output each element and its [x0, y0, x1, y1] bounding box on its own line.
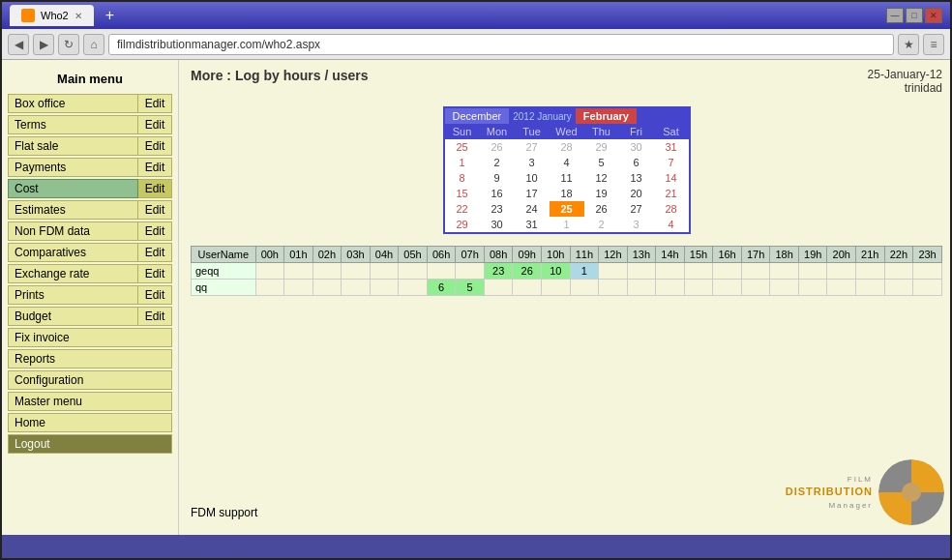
cal-grid[interactable]: 25 26 27 28 29 30 31 1 2 3 4 5 6	[445, 139, 689, 232]
cal-cell[interactable]: 24	[515, 201, 550, 217]
sidebar-item-non-fdm[interactable]: Non FDM data Edit	[8, 221, 172, 241]
menu-label-budget[interactable]: Budget	[8, 307, 138, 326]
minimize-button[interactable]: —	[886, 8, 904, 23]
close-button[interactable]: ✕	[925, 8, 942, 23]
cal-cell[interactable]: 27	[619, 201, 654, 217]
cal-cell[interactable]: 2	[480, 155, 515, 170]
menu-edit-comparatives[interactable]: Edit	[138, 243, 172, 262]
menu-label-estimates[interactable]: Estimates	[8, 200, 138, 220]
cal-cell-today[interactable]: 25	[550, 201, 584, 217]
maximize-button[interactable]: □	[906, 8, 923, 23]
menu-label-comparatives[interactable]: Comparatives	[8, 243, 138, 262]
sidebar-item-reports[interactable]: Reports	[8, 349, 172, 368]
cal-cell[interactable]: 16	[480, 186, 515, 201]
menu-label-configuration[interactable]: Configuration	[8, 370, 172, 390]
cal-cell[interactable]: 31	[654, 139, 689, 155]
cal-cell[interactable]: 22	[445, 201, 480, 217]
sidebar-item-master-menu[interactable]: Master menu	[8, 392, 172, 411]
cal-cell[interactable]: 30	[480, 217, 515, 232]
menu-label-flat-sale[interactable]: Flat sale	[8, 136, 138, 156]
sidebar-item-prints[interactable]: Prints Edit	[8, 285, 172, 305]
cal-cell[interactable]: 5	[584, 155, 619, 170]
sidebar-item-flat-sale[interactable]: Flat sale Edit	[8, 136, 172, 156]
new-tab-button[interactable]: +	[105, 7, 114, 24]
sidebar-item-budget[interactable]: Budget Edit	[8, 307, 172, 326]
cal-cell[interactable]: 3	[619, 217, 654, 232]
sidebar-item-estimates[interactable]: Estimates Edit	[8, 200, 172, 220]
address-bar[interactable]: filmdistributionmanager.com/who2.aspx	[108, 34, 894, 55]
menu-edit-estimates[interactable]: Edit	[138, 200, 172, 220]
cal-cell[interactable]: 21	[654, 186, 689, 201]
menu-edit-exchange-rate[interactable]: Edit	[138, 264, 172, 283]
menu-label-fix-invoice[interactable]: Fix invoice	[8, 328, 172, 347]
forward-button[interactable]: ▶	[33, 34, 54, 55]
cal-cell[interactable]: 26	[480, 139, 515, 155]
cal-cell[interactable]: 1	[445, 155, 480, 170]
browser-tab[interactable]: Who2 ✕	[10, 5, 94, 26]
menu-label-payments[interactable]: Payments	[8, 158, 138, 177]
sidebar-item-configuration[interactable]: Configuration	[8, 370, 172, 390]
menu-label-terms[interactable]: Terms	[8, 115, 138, 134]
cal-cell[interactable]: 13	[619, 170, 654, 186]
menu-label-cost[interactable]: Cost	[8, 179, 138, 198]
cal-cell[interactable]: 4	[654, 217, 689, 232]
sidebar-item-fix-invoice[interactable]: Fix invoice	[8, 328, 172, 347]
sidebar-item-comparatives[interactable]: Comparatives Edit	[8, 243, 172, 262]
menu-label-logout[interactable]: Logout	[8, 434, 172, 454]
cal-cell[interactable]: 26	[584, 201, 619, 217]
menu-edit-prints[interactable]: Edit	[138, 285, 172, 305]
cal-cell[interactable]: 14	[654, 170, 689, 186]
menu-label-exchange-rate[interactable]: Exchange rate	[8, 264, 138, 283]
menu-edit-budget[interactable]: Edit	[138, 307, 172, 326]
calendar[interactable]: December 2012 January February Sun Mon T…	[443, 106, 691, 234]
bookmark-button[interactable]: ★	[898, 34, 919, 55]
menu-label-prints[interactable]: Prints	[8, 285, 138, 305]
menu-edit-non-fdm[interactable]: Edit	[138, 221, 172, 241]
cal-cell[interactable]: 1	[550, 217, 584, 232]
menu-edit-terms[interactable]: Edit	[138, 115, 172, 134]
back-button[interactable]: ◀	[8, 34, 29, 55]
menu-label-non-fdm[interactable]: Non FDM data	[8, 221, 138, 241]
menu-edit-payments[interactable]: Edit	[138, 158, 172, 177]
cal-cell[interactable]: 29	[584, 139, 619, 155]
sidebar-item-logout[interactable]: Logout	[8, 434, 172, 454]
cal-cell[interactable]: 17	[515, 186, 550, 201]
cal-cell[interactable]: 19	[584, 186, 619, 201]
cal-cell[interactable]: 28	[550, 139, 584, 155]
menu-label-home[interactable]: Home	[8, 413, 172, 432]
cal-cell[interactable]: 4	[550, 155, 584, 170]
cal-cell[interactable]: 8	[445, 170, 480, 186]
sidebar-item-home[interactable]: Home	[8, 413, 172, 432]
tab-close-btn[interactable]: ✕	[74, 11, 82, 21]
cal-cell[interactable]: 11	[550, 170, 584, 186]
tools-button[interactable]: ≡	[923, 34, 944, 55]
sidebar-item-terms[interactable]: Terms Edit	[8, 115, 172, 134]
cal-cell[interactable]: 9	[480, 170, 515, 186]
cal-cell[interactable]: 31	[515, 217, 550, 232]
cal-cell[interactable]: 29	[445, 217, 480, 232]
home-button[interactable]: ⌂	[83, 34, 104, 55]
cal-cell[interactable]: 12	[584, 170, 619, 186]
sidebar-item-box-office[interactable]: Box office Edit	[8, 94, 172, 113]
cal-cell[interactable]: 7	[654, 155, 689, 170]
cal-cell[interactable]: 25	[445, 139, 480, 155]
sidebar-item-exchange-rate[interactable]: Exchange rate Edit	[8, 264, 172, 283]
cal-cell[interactable]: 23	[480, 201, 515, 217]
menu-label-box-office[interactable]: Box office	[8, 94, 138, 113]
cal-cell[interactable]: 28	[654, 201, 689, 217]
cal-cell[interactable]: 18	[550, 186, 584, 201]
cal-cell[interactable]: 27	[515, 139, 550, 155]
sidebar-item-cost[interactable]: Cost Edit	[8, 179, 172, 198]
cal-cell[interactable]: 10	[515, 170, 550, 186]
sidebar-item-payments[interactable]: Payments Edit	[8, 158, 172, 177]
next-month-label[interactable]: February	[576, 108, 637, 124]
menu-edit-cost[interactable]: Edit	[138, 179, 172, 198]
cal-cell[interactable]: 6	[619, 155, 654, 170]
cal-cell[interactable]: 30	[619, 139, 654, 155]
cal-cell[interactable]: 2	[584, 217, 619, 232]
menu-label-master-menu[interactable]: Master menu	[8, 392, 172, 411]
refresh-button[interactable]: ↻	[58, 34, 79, 55]
prev-month-label[interactable]: December	[445, 108, 510, 124]
menu-label-reports[interactable]: Reports	[8, 349, 172, 368]
cal-cell[interactable]: 3	[515, 155, 550, 170]
